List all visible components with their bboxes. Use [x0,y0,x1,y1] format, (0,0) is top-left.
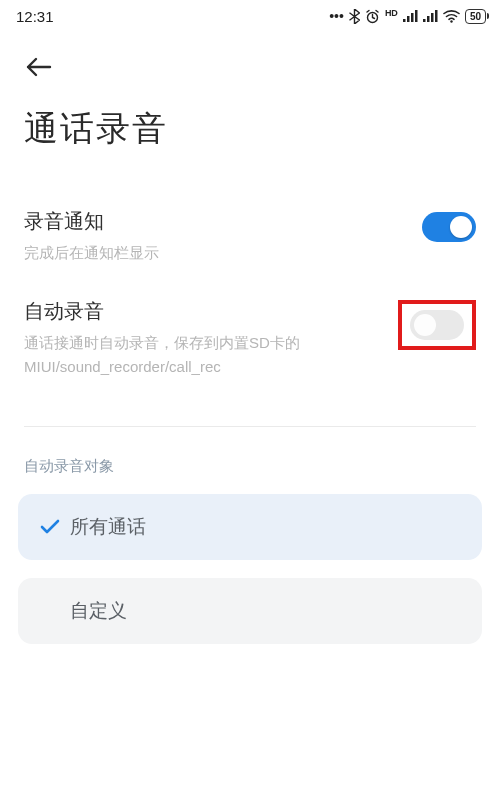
setting-desc: 完成后在通知栏显示 [24,241,408,264]
status-icons: ••• HD 50 [329,8,486,24]
svg-rect-4 [415,10,418,22]
status-time: 12:31 [16,8,54,25]
arrow-left-icon [26,57,52,77]
option-label: 所有通话 [70,514,146,540]
signal-icon [403,10,418,22]
signal-icon-2 [423,10,438,22]
annotation-highlight [398,300,476,350]
option-label: 自定义 [40,598,127,624]
svg-rect-3 [411,13,414,22]
section-label-auto-record-target: 自动录音对象 [0,427,500,494]
toggle-knob [450,216,472,238]
svg-rect-1 [403,19,406,22]
toggle-auto-record[interactable] [410,310,464,340]
setting-title: 自动录音 [24,298,384,325]
bluetooth-icon [349,9,360,24]
svg-rect-8 [435,10,438,22]
setting-record-notification[interactable]: 录音通知 完成后在通知栏显示 [24,198,476,288]
toggle-record-notification[interactable] [422,212,476,242]
option-custom[interactable]: 自定义 [18,578,482,644]
svg-rect-2 [407,16,410,22]
battery-icon: 50 [465,9,486,24]
more-icon: ••• [329,8,344,24]
alarm-icon [365,9,380,24]
hd-icon: HD [385,8,398,18]
svg-rect-7 [431,13,434,22]
option-all-calls[interactable]: 所有通话 [18,494,482,560]
toggle-knob [414,314,436,336]
back-button[interactable] [22,50,56,84]
page-title: 通话录音 [0,94,500,198]
svg-point-9 [450,20,452,22]
setting-title: 录音通知 [24,208,408,235]
wifi-icon [443,10,460,23]
check-icon [40,519,70,535]
svg-rect-6 [427,16,430,22]
status-bar: 12:31 ••• HD 50 [0,0,500,32]
svg-rect-5 [423,19,426,22]
setting-desc: 通话接通时自动录音，保存到内置SD卡的MIUI/sound_recorder/c… [24,331,384,378]
setting-auto-record[interactable]: 自动录音 通话接通时自动录音，保存到内置SD卡的MIUI/sound_recor… [24,288,476,402]
